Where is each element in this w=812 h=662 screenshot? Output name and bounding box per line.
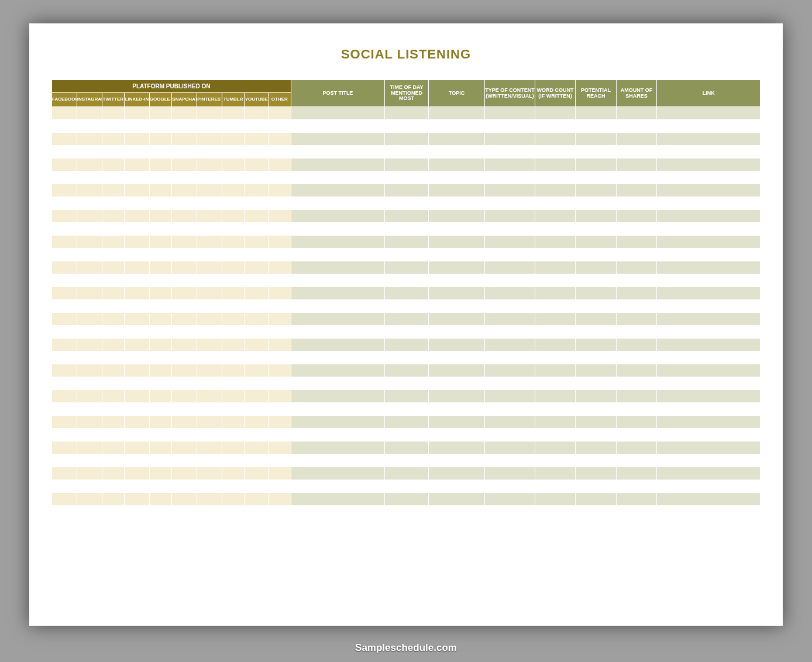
cell[interactable] [149,197,172,210]
cell[interactable] [102,197,125,210]
cell[interactable] [149,339,172,351]
cell[interactable] [657,197,761,210]
cell[interactable] [197,107,222,120]
cell[interactable] [149,236,172,249]
cell[interactable] [269,442,291,454]
cell[interactable] [535,313,576,326]
cell[interactable] [485,171,535,184]
cell[interactable] [291,493,384,506]
cell[interactable] [428,377,484,390]
cell[interactable] [385,261,429,274]
cell[interactable] [616,197,657,210]
cell[interactable] [269,287,291,300]
cell[interactable] [52,300,77,313]
cell[interactable] [77,158,102,171]
cell[interactable] [125,429,150,442]
cell[interactable] [616,287,657,300]
cell[interactable] [245,364,269,377]
cell[interactable] [428,184,484,197]
cell[interactable] [52,429,77,442]
cell[interactable] [245,300,269,313]
cell[interactable] [428,171,484,184]
cell[interactable] [657,429,761,442]
cell[interactable] [485,146,535,158]
cell[interactable] [149,442,172,454]
cell[interactable] [172,416,197,429]
cell[interactable] [385,351,429,364]
cell[interactable] [428,158,484,171]
cell[interactable] [245,390,269,403]
cell[interactable] [125,210,150,223]
cell[interactable] [269,171,291,184]
cell[interactable] [125,223,150,236]
cell[interactable] [77,403,102,416]
cell[interactable] [428,223,484,236]
cell[interactable] [269,454,291,467]
cell[interactable] [616,146,657,158]
cell[interactable] [197,454,222,467]
cell[interactable] [576,454,617,467]
cell[interactable] [52,480,77,493]
cell[interactable] [77,454,102,467]
cell[interactable] [576,313,617,326]
cell[interactable] [245,158,269,171]
cell[interactable] [172,339,197,351]
cell[interactable] [197,300,222,313]
cell[interactable] [576,506,617,519]
cell[interactable] [197,210,222,223]
cell[interactable] [197,236,222,249]
cell[interactable] [172,261,197,274]
cell[interactable] [269,506,291,519]
cell[interactable] [197,506,222,519]
cell[interactable] [52,287,77,300]
cell[interactable] [616,377,657,390]
cell[interactable] [222,506,245,519]
cell[interactable] [172,158,197,171]
cell[interactable] [576,184,617,197]
cell[interactable] [535,390,576,403]
cell[interactable] [385,287,429,300]
cell[interactable] [616,249,657,261]
cell[interactable] [576,300,617,313]
cell[interactable] [428,249,484,261]
cell[interactable] [222,339,245,351]
cell[interactable] [428,390,484,403]
cell[interactable] [77,493,102,506]
cell[interactable] [657,223,761,236]
cell[interactable] [197,493,222,506]
cell[interactable] [291,377,384,390]
cell[interactable] [485,454,535,467]
cell[interactable] [222,416,245,429]
cell[interactable] [197,287,222,300]
cell[interactable] [616,339,657,351]
cell[interactable] [428,261,484,274]
cell[interactable] [657,390,761,403]
cell[interactable] [485,429,535,442]
cell[interactable] [197,171,222,184]
cell[interactable] [125,339,150,351]
cell[interactable] [222,377,245,390]
cell[interactable] [172,223,197,236]
cell[interactable] [102,171,125,184]
cell[interactable] [125,326,150,339]
cell[interactable] [222,480,245,493]
cell[interactable] [77,133,102,146]
cell[interactable] [52,171,77,184]
cell[interactable] [385,313,429,326]
cell[interactable] [222,313,245,326]
cell[interactable] [428,133,484,146]
cell[interactable] [269,249,291,261]
cell[interactable] [385,300,429,313]
cell[interactable] [535,171,576,184]
cell[interactable] [657,351,761,364]
cell[interactable] [269,390,291,403]
cell[interactable] [245,133,269,146]
cell[interactable] [269,416,291,429]
cell[interactable] [102,287,125,300]
cell[interactable] [222,300,245,313]
cell[interactable] [385,442,429,454]
cell[interactable] [172,506,197,519]
cell[interactable] [222,107,245,120]
cell[interactable] [269,351,291,364]
cell[interactable] [485,506,535,519]
